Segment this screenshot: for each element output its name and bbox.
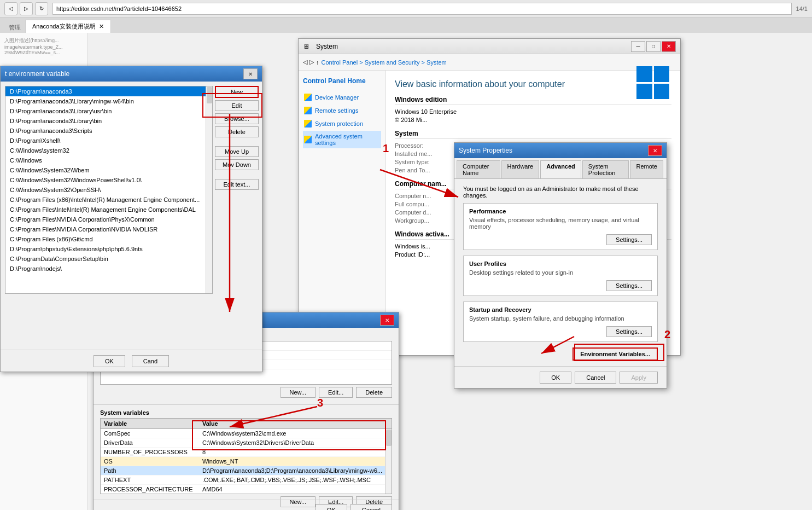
path-list[interactable]: D:\Program\anaconda3 D:\Program\anaconda… xyxy=(5,86,213,294)
move-up-btn[interactable]: Move Up xyxy=(215,146,259,157)
tab-count: 14/1 xyxy=(796,5,808,12)
breadcrumb-bar: ◁ ▷ ↑ Control Panel > System and Securit… xyxy=(299,54,680,71)
new-btn[interactable]: New xyxy=(215,86,259,98)
windows-is-label: Windows is... xyxy=(395,243,430,250)
minimize-btn[interactable]: ─ xyxy=(631,41,645,52)
close-btn[interactable]: ✕ xyxy=(662,41,676,52)
edit-env-titlebar: t environment variable ✕ xyxy=(1,66,262,82)
badge-1: 1 xyxy=(383,142,389,155)
path-entry-3[interactable]: D:\Program\anaconda3\Library\bin xyxy=(5,116,212,126)
startup-section: Startup and Recovery System startup, sys… xyxy=(463,302,658,342)
sidebar-system-protection[interactable]: System protection xyxy=(303,118,381,130)
computer-desc-label: Computer d... xyxy=(395,209,449,216)
browse-btn[interactable]: Browse... xyxy=(215,113,259,124)
sys-vars-list[interactable]: ComSpec C:\Windows\system32\cmd.exe Driv… xyxy=(100,428,392,494)
tab-remote[interactable]: Remote xyxy=(630,160,663,178)
path-entry-17[interactable]: C:\ProgramData\ComposerSetup\bin xyxy=(5,254,212,264)
col-value-header: Value xyxy=(202,420,388,427)
sys-props-content: You must be logged on as an Administrato… xyxy=(454,179,667,367)
path-entry-18[interactable]: D:\Program\nodejs\ xyxy=(5,264,212,274)
product-id-label: Product ID:... xyxy=(395,251,430,258)
edit-env-close-btn[interactable]: ✕ xyxy=(243,68,258,79)
sys-var-driverdata[interactable]: DriverData C:\Windows\System32\Drivers\D… xyxy=(101,438,392,448)
edit-env-title: t environment variable xyxy=(5,70,243,78)
sys-var-proc-arch[interactable]: PROCESSOR_ARCHITECTURE AMD64 xyxy=(101,485,392,494)
user-profiles-title: User Profiles xyxy=(469,260,652,267)
back-btn[interactable]: ◁ xyxy=(4,2,17,15)
sys-var-os[interactable]: OS Windows_NT xyxy=(101,457,392,466)
env-vars-btn[interactable]: Environment Variables... xyxy=(573,347,658,361)
path-entry-15[interactable]: C:\Program Files (x86)\Git\cmd xyxy=(5,234,212,244)
sys-var-path[interactable]: Path D:\Program\anaconda3;D:\Program\ana… xyxy=(101,466,392,476)
admin-note: You must be logged on as an Administrato… xyxy=(463,186,658,199)
sys-var-comspec[interactable]: ComSpec C:\Windows\system32\cmd.exe xyxy=(101,429,392,438)
maximize-btn[interactable]: □ xyxy=(646,41,661,52)
startup-settings-btn[interactable]: Settings... xyxy=(606,326,652,337)
path-entry-5[interactable]: D:\Program\Xshell\ xyxy=(5,136,212,146)
sys-props-title: System Properties xyxy=(459,147,648,154)
path-entry-6[interactable]: C:\Windows\system32 xyxy=(5,146,212,155)
path-entry-10[interactable]: C:\Windows\System32\OpenSSH\ xyxy=(5,185,212,195)
tab-hardware[interactable]: Hardware xyxy=(501,160,540,178)
main-area: 入图片描述](https://img... image/watermark.ty… xyxy=(0,33,812,510)
processor-label: Processor: xyxy=(395,142,449,149)
delete-btn[interactable]: Delete xyxy=(215,126,259,137)
shield-icon-3 xyxy=(304,120,312,127)
path-entries-container: D:\Program\anaconda3 D:\Program\anaconda… xyxy=(1,82,213,311)
env-vars-close-btn[interactable]: ✕ xyxy=(380,315,394,326)
user-edit-btn[interactable]: Edit... xyxy=(319,387,353,398)
sys-props-close-btn[interactable]: ✕ xyxy=(648,145,662,156)
sidebar-remote-settings[interactable]: Remote settings xyxy=(303,105,381,117)
cancel-btn[interactable]: Cand xyxy=(132,355,169,367)
badge-3: 3 xyxy=(317,397,323,409)
move-down-btn[interactable]: Mov Down xyxy=(215,159,259,170)
badge-2: 2 xyxy=(664,328,670,341)
path-entry-2[interactable]: D:\Program\anaconda3\Library\usr\bin xyxy=(5,106,212,116)
sidebar-advanced-settings[interactable]: Advanced system settings xyxy=(303,131,381,148)
user-new-btn[interactable]: New... xyxy=(281,387,316,398)
env-vars-row: Environment Variables... xyxy=(463,347,658,361)
forward-btn[interactable]: ▷ xyxy=(20,2,33,15)
sys-ok-btn[interactable]: OK xyxy=(540,372,571,384)
path-entry-12[interactable]: C:\Program Files\Intel\Intel(R) Manageme… xyxy=(5,205,212,215)
browser-controls: ◁ ▷ ↻ xyxy=(4,2,48,15)
path-entry-1[interactable]: D:\Program\anaconda3\Library\mingw-w64\b… xyxy=(5,96,212,106)
user-delete-btn[interactable]: Delete xyxy=(356,387,392,398)
edit-text-btn[interactable]: Edit text... xyxy=(215,179,259,190)
sidebar-device-manager[interactable]: Device Manager xyxy=(303,91,381,103)
env-ok-btn-2[interactable]: OK xyxy=(94,355,125,367)
active-tab[interactable]: Anaconda安装使用说明 ✕ xyxy=(25,20,111,33)
path-entry-14[interactable]: C:\Program Files\NVIDIA Corporation\NVID… xyxy=(5,224,212,234)
env-ok-btn[interactable]: OK xyxy=(316,504,347,511)
path-entry-9[interactable]: C:\Windows\System32\WindowsPowerShell\v1… xyxy=(5,175,212,185)
path-entry-7[interactable]: C:\Windows xyxy=(5,155,212,165)
tab-advanced[interactable]: Advanced xyxy=(540,160,581,178)
reload-btn[interactable]: ↻ xyxy=(35,2,48,15)
tab-system-protection[interactable]: System Protection xyxy=(582,160,629,178)
path-entry-8[interactable]: C:\Windows\System32\Wbem xyxy=(5,165,212,175)
performance-settings-btn[interactable]: Settings... xyxy=(606,234,652,245)
edit-env-footer: OK Cand xyxy=(1,350,262,372)
path-entry-4[interactable]: D:\Program\anaconda3\Scripts xyxy=(5,126,212,136)
sys-vars-scrollbar[interactable] xyxy=(385,429,392,494)
path-entry-0[interactable]: D:\Program\anaconda3 xyxy=(5,86,212,96)
path-entry-16[interactable]: D:\Program\phpstudy\Extensions\php\php5.… xyxy=(5,244,212,254)
up-icon[interactable]: ↑ xyxy=(316,59,319,66)
sys-var-pathext[interactable]: PATHEXT .COM;.EXE;.BAT;.CMD;.VBS;.VBE;.J… xyxy=(101,476,392,485)
sys-cancel-btn[interactable]: Cancel xyxy=(575,372,616,384)
env-scrollbar[interactable] xyxy=(206,86,212,293)
address-bar[interactable] xyxy=(52,3,792,15)
sys-apply-btn[interactable]: Apply xyxy=(620,372,658,384)
user-profiles-settings-btn[interactable]: Settings... xyxy=(606,280,652,291)
sys-props-dialog: System Properties ✕ Computer Name Hardwa… xyxy=(454,142,667,389)
path-entry-11[interactable]: C:\Program Files (x86)\Intel\Intel(R) Ma… xyxy=(5,195,212,205)
sys-var-nproc[interactable]: NUMBER_OF_PROCESSORS 8 xyxy=(101,448,392,457)
shield-icon-4 xyxy=(304,136,312,143)
back-icon[interactable]: ◁ xyxy=(303,59,307,66)
tab-close-icon[interactable]: ✕ xyxy=(99,23,104,30)
forward-icon[interactable]: ▷ xyxy=(309,59,314,66)
tab-computer-name[interactable]: Computer Name xyxy=(457,160,500,178)
edit-btn[interactable]: Edit xyxy=(215,100,259,111)
env-cancel-btn[interactable]: Cancel xyxy=(350,504,392,511)
path-entry-13[interactable]: C:\Program Files\NVIDIA Corporation\Phys… xyxy=(5,215,212,224)
